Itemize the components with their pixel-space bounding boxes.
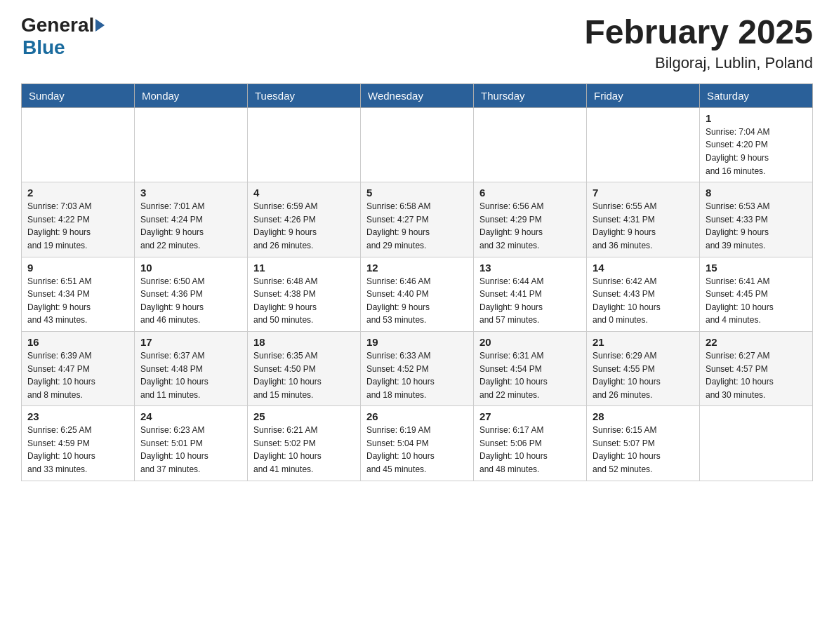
day-info: Sunrise: 6:35 AM Sunset: 4:50 PM Dayligh… bbox=[253, 349, 355, 401]
column-header-saturday: Saturday bbox=[700, 83, 813, 107]
calendar-cell: 10Sunrise: 6:50 AM Sunset: 4:36 PM Dayli… bbox=[135, 257, 248, 331]
calendar-cell bbox=[587, 107, 700, 182]
day-number: 20 bbox=[479, 336, 581, 348]
day-number: 16 bbox=[27, 336, 128, 348]
week-row-2: 2Sunrise: 7:03 AM Sunset: 4:22 PM Daylig… bbox=[22, 182, 813, 257]
calendar-cell bbox=[22, 107, 135, 182]
day-number: 11 bbox=[253, 262, 355, 274]
logo-blue-text: Blue bbox=[22, 36, 65, 59]
column-header-tuesday: Tuesday bbox=[248, 83, 361, 107]
calendar-cell: 1Sunrise: 7:04 AM Sunset: 4:20 PM Daylig… bbox=[700, 107, 813, 182]
calendar-cell: 20Sunrise: 6:31 AM Sunset: 4:54 PM Dayli… bbox=[474, 331, 587, 405]
calendar-cell: 7Sunrise: 6:55 AM Sunset: 4:31 PM Daylig… bbox=[587, 182, 700, 257]
calendar-cell bbox=[474, 107, 587, 182]
calendar-cell: 8Sunrise: 6:53 AM Sunset: 4:33 PM Daylig… bbox=[700, 182, 813, 257]
day-info: Sunrise: 6:42 AM Sunset: 4:43 PM Dayligh… bbox=[593, 275, 694, 327]
day-number: 14 bbox=[593, 262, 694, 274]
day-number: 1 bbox=[706, 112, 807, 124]
day-number: 23 bbox=[27, 410, 128, 422]
day-info: Sunrise: 6:58 AM Sunset: 4:27 PM Dayligh… bbox=[366, 200, 468, 252]
week-row-3: 9Sunrise: 6:51 AM Sunset: 4:34 PM Daylig… bbox=[22, 257, 813, 331]
day-info: Sunrise: 7:04 AM Sunset: 4:20 PM Dayligh… bbox=[706, 126, 807, 177]
calendar-cell bbox=[135, 107, 248, 182]
calendar-cell: 2Sunrise: 7:03 AM Sunset: 4:22 PM Daylig… bbox=[22, 182, 135, 257]
day-info: Sunrise: 6:44 AM Sunset: 4:41 PM Dayligh… bbox=[479, 275, 581, 327]
day-number: 17 bbox=[140, 336, 241, 348]
day-number: 27 bbox=[479, 410, 581, 422]
day-number: 2 bbox=[27, 187, 128, 199]
day-number: 9 bbox=[27, 262, 128, 274]
day-number: 7 bbox=[593, 187, 694, 199]
day-number: 26 bbox=[366, 410, 468, 422]
page-title: February 2025 bbox=[584, 14, 813, 51]
calendar-cell: 26Sunrise: 6:19 AM Sunset: 5:04 PM Dayli… bbox=[361, 406, 474, 481]
week-row-1: 1Sunrise: 7:04 AM Sunset: 4:20 PM Daylig… bbox=[22, 107, 813, 182]
column-header-thursday: Thursday bbox=[474, 83, 587, 107]
logo: General Blue bbox=[21, 14, 105, 59]
column-header-friday: Friday bbox=[587, 83, 700, 107]
day-info: Sunrise: 6:15 AM Sunset: 5:07 PM Dayligh… bbox=[593, 424, 694, 476]
day-number: 5 bbox=[366, 187, 468, 199]
calendar-cell: 11Sunrise: 6:48 AM Sunset: 4:38 PM Dayli… bbox=[248, 257, 361, 331]
calendar-cell: 5Sunrise: 6:58 AM Sunset: 4:27 PM Daylig… bbox=[361, 182, 474, 257]
day-info: Sunrise: 6:50 AM Sunset: 4:36 PM Dayligh… bbox=[140, 275, 241, 327]
day-number: 25 bbox=[253, 410, 355, 422]
day-info: Sunrise: 6:51 AM Sunset: 4:34 PM Dayligh… bbox=[27, 275, 128, 327]
calendar-cell: 28Sunrise: 6:15 AM Sunset: 5:07 PM Dayli… bbox=[587, 406, 700, 481]
day-info: Sunrise: 7:03 AM Sunset: 4:22 PM Dayligh… bbox=[27, 200, 128, 252]
day-number: 24 bbox=[140, 410, 241, 422]
day-number: 3 bbox=[140, 187, 241, 199]
day-info: Sunrise: 6:25 AM Sunset: 4:59 PM Dayligh… bbox=[27, 424, 128, 476]
day-info: Sunrise: 6:17 AM Sunset: 5:06 PM Dayligh… bbox=[479, 424, 581, 476]
day-number: 12 bbox=[366, 262, 468, 274]
calendar-cell: 16Sunrise: 6:39 AM Sunset: 4:47 PM Dayli… bbox=[22, 331, 135, 405]
logo-general-text: General bbox=[21, 14, 94, 36]
page-subtitle: Bilgoraj, Lublin, Poland bbox=[584, 54, 813, 72]
calendar-cell: 12Sunrise: 6:46 AM Sunset: 4:40 PM Dayli… bbox=[361, 257, 474, 331]
day-info: Sunrise: 6:53 AM Sunset: 4:33 PM Dayligh… bbox=[706, 200, 807, 252]
day-info: Sunrise: 6:21 AM Sunset: 5:02 PM Dayligh… bbox=[253, 424, 355, 476]
day-info: Sunrise: 6:19 AM Sunset: 5:04 PM Dayligh… bbox=[366, 424, 468, 476]
calendar-cell: 27Sunrise: 6:17 AM Sunset: 5:06 PM Dayli… bbox=[474, 406, 587, 481]
day-info: Sunrise: 6:59 AM Sunset: 4:26 PM Dayligh… bbox=[253, 200, 355, 252]
calendar-cell: 13Sunrise: 6:44 AM Sunset: 4:41 PM Dayli… bbox=[474, 257, 587, 331]
calendar-cell: 25Sunrise: 6:21 AM Sunset: 5:02 PM Dayli… bbox=[248, 406, 361, 481]
week-row-5: 23Sunrise: 6:25 AM Sunset: 4:59 PM Dayli… bbox=[22, 406, 813, 481]
day-info: Sunrise: 6:41 AM Sunset: 4:45 PM Dayligh… bbox=[706, 275, 807, 327]
calendar-cell: 21Sunrise: 6:29 AM Sunset: 4:55 PM Dayli… bbox=[587, 331, 700, 405]
page-header: General Blue February 2025 Bilgoraj, Lub… bbox=[21, 14, 813, 72]
day-info: Sunrise: 6:27 AM Sunset: 4:57 PM Dayligh… bbox=[706, 349, 807, 401]
day-info: Sunrise: 6:31 AM Sunset: 4:54 PM Dayligh… bbox=[479, 349, 581, 401]
day-number: 13 bbox=[479, 262, 581, 274]
day-number: 28 bbox=[593, 410, 694, 422]
column-header-wednesday: Wednesday bbox=[361, 83, 474, 107]
day-info: Sunrise: 6:55 AM Sunset: 4:31 PM Dayligh… bbox=[593, 200, 694, 252]
day-number: 19 bbox=[366, 336, 468, 348]
day-info: Sunrise: 6:37 AM Sunset: 4:48 PM Dayligh… bbox=[140, 349, 241, 401]
calendar-cell bbox=[248, 107, 361, 182]
day-number: 6 bbox=[479, 187, 581, 199]
day-number: 4 bbox=[253, 187, 355, 199]
calendar-cell: 3Sunrise: 7:01 AM Sunset: 4:24 PM Daylig… bbox=[135, 182, 248, 257]
calendar-cell: 4Sunrise: 6:59 AM Sunset: 4:26 PM Daylig… bbox=[248, 182, 361, 257]
calendar-cell: 18Sunrise: 6:35 AM Sunset: 4:50 PM Dayli… bbox=[248, 331, 361, 405]
day-info: Sunrise: 6:56 AM Sunset: 4:29 PM Dayligh… bbox=[479, 200, 581, 252]
calendar-table: SundayMondayTuesdayWednesdayThursdayFrid… bbox=[21, 83, 813, 481]
day-info: Sunrise: 7:01 AM Sunset: 4:24 PM Dayligh… bbox=[140, 200, 241, 252]
calendar-cell: 9Sunrise: 6:51 AM Sunset: 4:34 PM Daylig… bbox=[22, 257, 135, 331]
day-number: 22 bbox=[706, 336, 807, 348]
calendar-cell: 24Sunrise: 6:23 AM Sunset: 5:01 PM Dayli… bbox=[135, 406, 248, 481]
day-number: 10 bbox=[140, 262, 241, 274]
day-number: 21 bbox=[593, 336, 694, 348]
day-info: Sunrise: 6:29 AM Sunset: 4:55 PM Dayligh… bbox=[593, 349, 694, 401]
day-number: 18 bbox=[253, 336, 355, 348]
week-row-4: 16Sunrise: 6:39 AM Sunset: 4:47 PM Dayli… bbox=[22, 331, 813, 405]
calendar-cell: 17Sunrise: 6:37 AM Sunset: 4:48 PM Dayli… bbox=[135, 331, 248, 405]
day-number: 15 bbox=[706, 262, 807, 274]
day-number: 8 bbox=[706, 187, 807, 199]
title-block: February 2025 Bilgoraj, Lublin, Poland bbox=[584, 14, 813, 72]
calendar-cell bbox=[361, 107, 474, 182]
day-info: Sunrise: 6:33 AM Sunset: 4:52 PM Dayligh… bbox=[366, 349, 468, 401]
calendar-cell: 23Sunrise: 6:25 AM Sunset: 4:59 PM Dayli… bbox=[22, 406, 135, 481]
calendar-cell: 22Sunrise: 6:27 AM Sunset: 4:57 PM Dayli… bbox=[700, 331, 813, 405]
